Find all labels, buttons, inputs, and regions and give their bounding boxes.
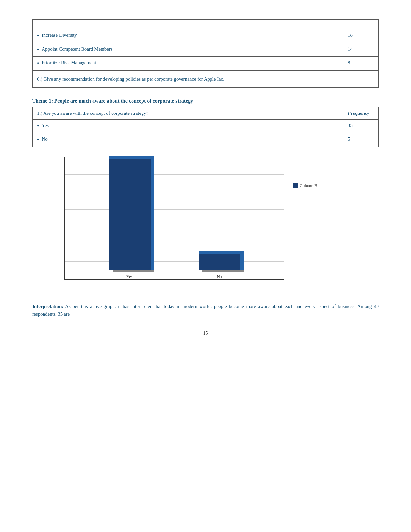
interpretation-text: As per this above graph, it has interpre… xyxy=(32,304,379,317)
table-row-yes: • Yes 35 xyxy=(33,119,379,133)
x-label-yes: Yes xyxy=(126,274,132,279)
bar-yes xyxy=(109,159,151,270)
item-increase-diversity: Increase Diversity xyxy=(42,33,77,38)
bars-area: Yes No xyxy=(65,157,284,279)
legend-area: Column B xyxy=(293,183,317,188)
theme-question: 1.) Are you aware with the concept of co… xyxy=(33,107,343,119)
page-number: 15 xyxy=(32,331,379,336)
bullet-dot: • xyxy=(37,60,39,67)
theme-heading: Theme 1: People are much aware about the… xyxy=(32,98,379,104)
bullet-dot: • xyxy=(37,33,39,40)
bullet-dot: • xyxy=(37,46,39,54)
question-row: 6.) Give any recommendation for developi… xyxy=(33,70,379,87)
item-yes: Yes xyxy=(42,123,49,128)
chart-wrap: Yes No xyxy=(64,157,284,280)
question-text: 6.) Give any recommendation for developi… xyxy=(37,76,224,82)
item-appoint-board: Appoint Competent Board Members xyxy=(42,46,113,52)
freq-increase-diversity: 18 xyxy=(343,29,379,43)
bullet-dot: • xyxy=(37,136,39,143)
legend-item-columnb: Column B xyxy=(293,183,317,188)
legend-color-icon xyxy=(293,183,298,188)
interpretation-paragraph: Interpretation: As per this above graph,… xyxy=(32,302,379,318)
freq-header: Frequency xyxy=(343,107,379,119)
interpretation-label: Interpretation: xyxy=(32,304,63,309)
top-table: • Increase Diversity 18 • Appoint Compet… xyxy=(32,19,379,88)
x-label-no: No xyxy=(217,274,222,279)
theme-table: 1.) Are you aware with the concept of co… xyxy=(32,107,379,147)
theme-table-header: 1.) Are you aware with the concept of co… xyxy=(33,107,379,119)
item-no: No xyxy=(42,136,47,142)
legend-label: Column B xyxy=(300,183,317,188)
table-row: • Prioritize Risk Management 8 xyxy=(33,57,379,71)
table-row: • Increase Diversity 18 xyxy=(33,29,379,43)
freq-appoint-board: 14 xyxy=(343,43,379,57)
item-prioritize-risk: Prioritize Risk Management xyxy=(42,60,96,65)
chart-area: 0 5 10 15 20 25 30 35 xyxy=(32,157,379,293)
table-row-no: • No 5 xyxy=(33,133,379,147)
freq-yes: 35 xyxy=(343,119,379,133)
freq-prioritize-risk: 8 xyxy=(343,57,379,71)
bar-no xyxy=(199,254,240,270)
freq-no: 5 xyxy=(343,133,379,147)
table-row: • Appoint Competent Board Members 14 xyxy=(33,43,379,57)
bullet-dot: • xyxy=(37,123,39,130)
